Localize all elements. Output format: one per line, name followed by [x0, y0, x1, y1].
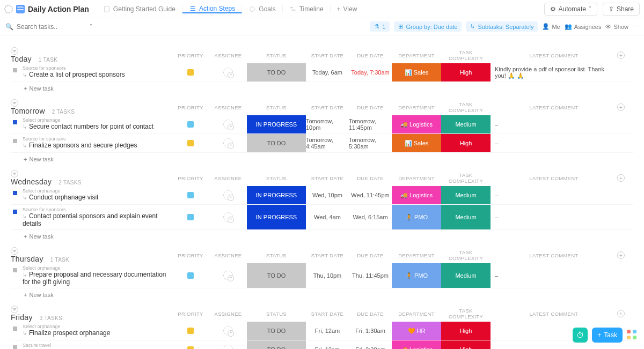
task-title[interactable]: ↳Secure contact numbers for point of con…	[23, 123, 172, 130]
priority-cell[interactable]	[172, 63, 209, 81]
task-row[interactable]: Source for sponsors ↳Contact potential s…	[11, 205, 633, 230]
chevron-down-icon[interactable]: ˅	[90, 24, 92, 29]
complexity-cell[interactable]: Medium	[441, 263, 491, 288]
collapse-toggle-icon[interactable]	[11, 306, 18, 313]
group-title-wrap[interactable]: Wednesday 2 TASKS	[11, 170, 172, 186]
start-date-cell[interactable]: Fri, 12am	[306, 322, 349, 340]
status-square-icon[interactable]	[13, 120, 17, 124]
add-column[interactable]: +	[617, 310, 629, 317]
assignee-cell[interactable]	[209, 134, 247, 152]
page-title[interactable]: Daily Action Plan	[16, 5, 89, 13]
start-date-cell[interactable]: Wed, 10pm	[306, 186, 349, 204]
col-due[interactable]: DUE DATE	[349, 311, 392, 317]
search-input[interactable]	[17, 23, 70, 31]
new-task-link[interactable]: +New task	[24, 233, 633, 240]
comment-cell[interactable]: –	[491, 115, 617, 133]
col-priority[interactable]: PRIORITY	[172, 105, 209, 110]
col-comment[interactable]: LATEST COMMENT	[491, 175, 617, 181]
complexity-cell[interactable]: High	[441, 322, 491, 340]
priority-cell[interactable]	[172, 115, 209, 133]
department-cell[interactable]: 📊Sales	[392, 63, 441, 81]
start-date-cell[interactable]: Today, 6am	[306, 63, 349, 81]
task-row[interactable]: Secure travel ↳Create a list of potentia…	[11, 340, 633, 349]
assignee-cell[interactable]	[209, 115, 247, 133]
col-assignee[interactable]: ASSIGNEE	[209, 105, 247, 110]
department-cell[interactable]: 🚚Logistics	[392, 340, 441, 349]
department-cell[interactable]: 🧍PMO	[392, 205, 441, 229]
tab-add-view[interactable]: + View	[331, 5, 364, 13]
task-row[interactable]: Select orphanage ↳Secure contact numbers…	[11, 115, 633, 134]
col-comment[interactable]: LATEST COMMENT	[491, 253, 617, 258]
due-date-cell[interactable]: Tomorrow, 5:30am	[349, 134, 392, 152]
col-start[interactable]: START DATE	[306, 53, 349, 58]
status-square-icon[interactable]	[13, 191, 17, 195]
priority-cell[interactable]	[172, 322, 209, 340]
start-date-cell[interactable]: Tomorrow, 10pm	[306, 115, 349, 133]
due-date-cell[interactable]: Fri, 1:30am	[349, 322, 392, 340]
collapse-toggle-icon[interactable]	[11, 247, 18, 255]
tab-action-steps[interactable]: Action Steps	[182, 5, 242, 13]
col-due[interactable]: DUE DATE	[349, 105, 392, 110]
status-square-icon[interactable]	[13, 326, 17, 331]
apps-button[interactable]	[627, 330, 638, 340]
task-title[interactable]: ↳Finalize prospect orphanage	[23, 329, 172, 337]
task-row[interactable]: Select orphanage ↳Conduct orphanage visi…	[11, 186, 633, 205]
assignee-cell[interactable]	[209, 205, 247, 229]
col-department[interactable]: DEPARTMENT	[392, 105, 441, 110]
col-complexity[interactable]: TASK COMPLEXITY	[441, 172, 491, 184]
complexity-cell[interactable]: Medium	[441, 205, 491, 229]
department-cell[interactable]: 🚚Logistics	[392, 115, 441, 133]
assignee-cell[interactable]	[209, 63, 247, 81]
priority-cell[interactable]	[172, 263, 209, 288]
filter-count-pill[interactable]: ⚗ 1	[370, 21, 390, 32]
add-column[interactable]: +	[617, 103, 629, 111]
col-comment[interactable]: LATEST COMMENT	[491, 105, 617, 110]
start-date-cell[interactable]: Tomorrow, 4:45am	[306, 134, 349, 152]
col-status[interactable]: STATUS	[247, 311, 306, 317]
comment-cell[interactable]: –	[491, 134, 617, 152]
group-title-wrap[interactable]: Thursday 1 TASK	[11, 247, 172, 263]
due-date-cell[interactable]: Fri, 2:30am	[349, 340, 392, 349]
department-cell[interactable]: 🚚Logistics	[392, 186, 441, 204]
col-department[interactable]: DEPARTMENT	[392, 175, 441, 181]
tab-getting-started[interactable]: Getting Started Guide	[97, 5, 182, 13]
task-row[interactable]: Select orphanage ↳Prepare proposal and n…	[11, 263, 633, 288]
me-filter[interactable]: 👤 Me	[542, 23, 560, 30]
priority-cell[interactable]	[172, 205, 209, 229]
col-assignee[interactable]: ASSIGNEE	[209, 253, 247, 258]
add-column[interactable]: +	[617, 251, 629, 259]
add-column[interactable]: +	[617, 51, 629, 59]
complexity-cell[interactable]: High	[441, 63, 491, 81]
group-title-wrap[interactable]: Tomorrow 2 TASKS	[11, 99, 172, 115]
new-task-link[interactable]: +New task	[24, 156, 633, 162]
status-cell[interactable]: IN PROGRESS	[247, 205, 306, 229]
col-priority[interactable]: PRIORITY	[172, 53, 209, 58]
task-title[interactable]: ↳Create a list of prospect sponsors	[23, 71, 172, 78]
col-department[interactable]: DEPARTMENT	[392, 53, 441, 58]
due-date-cell[interactable]: Tomorrow, 11:45pm	[349, 115, 392, 133]
due-date-cell[interactable]: Thu, 11:45pm	[349, 263, 392, 288]
complexity-cell[interactable]: High	[441, 340, 491, 349]
department-cell[interactable]: 🧡HR	[392, 322, 441, 340]
comment-cell[interactable]: Kindly provide a pdf of sponsor list. Th…	[491, 63, 617, 81]
add-column[interactable]: +	[617, 174, 629, 182]
collapse-toggle-icon[interactable]	[11, 47, 18, 55]
assignees-filter[interactable]: 👥 Assignees	[565, 23, 602, 30]
col-complexity[interactable]: TASK COMPLEXITY	[441, 49, 491, 61]
start-date-cell[interactable]: Fri, 12am	[306, 340, 349, 349]
new-task-link[interactable]: +New task	[24, 292, 633, 298]
comment-cell[interactable]: –	[491, 263, 617, 288]
col-complexity[interactable]: TASK COMPLEXITY	[441, 308, 491, 320]
col-department[interactable]: DEPARTMENT	[392, 253, 441, 258]
comment-cell[interactable]: –	[491, 186, 617, 204]
complexity-cell[interactable]: Medium	[441, 186, 491, 204]
col-status[interactable]: STATUS	[247, 105, 306, 110]
comment-cell[interactable]: –	[491, 205, 617, 229]
collapse-toggle-icon[interactable]	[11, 99, 18, 107]
group-title-wrap[interactable]: Friday 3 TASKS	[11, 306, 172, 322]
col-comment[interactable]: LATEST COMMENT	[491, 53, 617, 58]
automate-button[interactable]: ⚙ Automate ˅	[544, 3, 597, 16]
col-start[interactable]: START DATE	[306, 253, 349, 258]
col-assignee[interactable]: ASSIGNEE	[209, 175, 247, 181]
tab-goals[interactable]: Goals	[242, 5, 282, 13]
